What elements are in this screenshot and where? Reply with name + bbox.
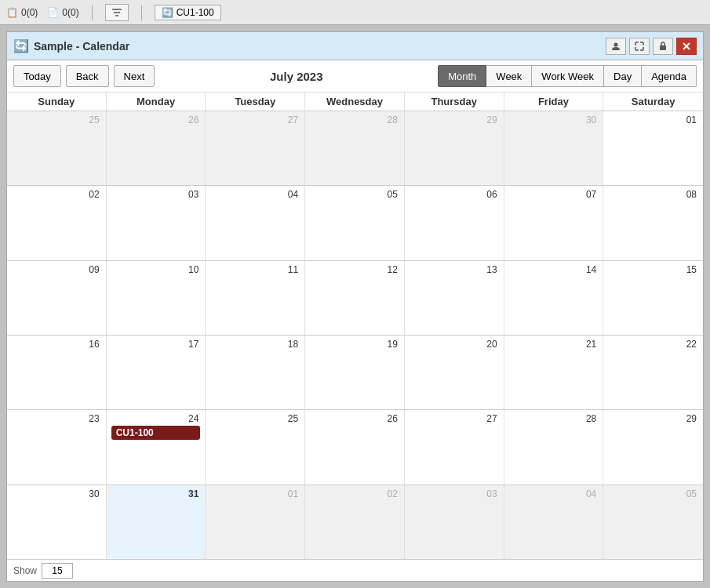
day-cell[interactable]: 03 <box>107 186 206 260</box>
header-tuesday: Tuesday <box>206 93 305 111</box>
day-cell[interactable]: 26 <box>305 410 405 484</box>
day-cell[interactable]: 20 <box>405 336 504 409</box>
header-wednesday: Wednesday <box>305 93 405 111</box>
day-cell-24[interactable]: 24 CU1-100 <box>107 410 206 484</box>
day-cell[interactable]: 01 <box>206 485 305 559</box>
day-cell[interactable]: 23 <box>7 410 107 484</box>
day-cell[interactable]: 01 <box>603 111 703 185</box>
day-number: 31 <box>110 487 202 499</box>
day-number: 25 <box>10 113 103 125</box>
expand-icon <box>635 42 644 51</box>
calendar-grid: Sunday Monday Tuesday Wednesday Thursday… <box>7 93 703 559</box>
day-cell[interactable]: 04 <box>504 485 604 559</box>
day-cell[interactable]: 04 <box>206 186 305 260</box>
day-cell[interactable]: 29 <box>405 111 504 185</box>
day-cell[interactable]: 29 <box>603 410 703 484</box>
title-controls <box>606 38 697 55</box>
day-cell[interactable]: 25 <box>7 111 107 185</box>
day-number: 24 <box>110 412 202 424</box>
day-headers: Sunday Monday Tuesday Wednesday Thursday… <box>7 93 703 111</box>
lock-button[interactable] <box>653 38 673 55</box>
day-cell[interactable]: 02 <box>305 485 405 559</box>
day-cell[interactable]: 15 <box>603 261 703 335</box>
calendar-window: 🔄 Sample - Calendar <box>6 31 704 582</box>
view-month-button[interactable]: Month <box>438 65 486 87</box>
day-cell[interactable]: 02 <box>7 186 107 260</box>
day-number: 26 <box>308 412 401 424</box>
header-monday: Monday <box>107 93 206 111</box>
day-cell[interactable]: 08 <box>603 186 703 260</box>
day-cell[interactable]: 27 <box>206 111 305 185</box>
day-cell[interactable]: 17 <box>107 336 206 409</box>
expand-button[interactable] <box>629 38 650 55</box>
day-cell[interactable]: 30 <box>7 485 107 559</box>
day-cell[interactable]: 28 <box>305 111 405 185</box>
day-number: 07 <box>508 187 600 200</box>
day-cell[interactable]: 13 <box>405 261 504 335</box>
close-icon <box>683 42 690 50</box>
day-number: 22 <box>606 337 700 350</box>
day-number: 05 <box>606 487 700 499</box>
day-number: 05 <box>308 187 401 200</box>
doc-count: 📄 0(0) <box>47 7 78 18</box>
day-number: 04 <box>508 487 600 499</box>
day-number: 23 <box>10 412 103 424</box>
pin-button[interactable] <box>606 38 626 55</box>
next-button[interactable]: Next <box>114 65 155 87</box>
week-row-5: 23 24 CU1-100 25 26 27 28 29 <box>7 410 703 485</box>
day-number: 16 <box>10 337 103 350</box>
header-thursday: Thursday <box>405 93 504 111</box>
view-workweek-button[interactable]: Work Week <box>532 65 604 87</box>
day-cell[interactable]: 11 <box>206 261 305 335</box>
day-cell[interactable]: 27 <box>405 410 504 484</box>
day-number: 18 <box>209 337 301 350</box>
week-row-1: 25 26 27 28 29 30 01 <box>7 111 703 186</box>
header-saturday: Saturday <box>603 93 703 111</box>
day-cell[interactable]: 25 <box>206 410 305 484</box>
day-number: 08 <box>606 187 700 200</box>
day-cell[interactable]: 18 <box>206 336 305 409</box>
event-cu1-100[interactable]: CU1-100 <box>111 426 201 440</box>
weeks-container: 25 26 27 28 29 30 01 02 03 04 05 06 07 0… <box>7 111 703 559</box>
day-number: 26 <box>110 113 202 125</box>
view-agenda-button[interactable]: Agenda <box>642 65 697 87</box>
day-cell[interactable]: 26 <box>107 111 206 185</box>
day-cell[interactable]: 09 <box>7 261 107 335</box>
day-number: 25 <box>209 412 301 424</box>
view-day-button[interactable]: Day <box>604 65 642 87</box>
day-cell[interactable]: 28 <box>504 410 604 484</box>
day-cell[interactable]: 19 <box>305 336 405 409</box>
day-cell[interactable]: 05 <box>603 485 703 559</box>
day-cell[interactable]: 16 <box>7 336 107 409</box>
day-cell[interactable]: 07 <box>504 186 604 260</box>
day-number: 12 <box>308 263 401 275</box>
view-week-button[interactable]: Week <box>486 65 532 87</box>
svg-point-3 <box>614 42 618 46</box>
day-cell[interactable]: 30 <box>504 111 604 185</box>
day-number: 01 <box>606 113 700 125</box>
day-cell[interactable]: 12 <box>305 261 405 335</box>
day-cell[interactable]: 03 <box>405 485 504 559</box>
day-number: 28 <box>308 113 401 125</box>
day-number: 28 <box>508 412 600 424</box>
title-bar: 🔄 Sample - Calendar <box>7 32 703 60</box>
day-number: 01 <box>209 487 301 499</box>
filter-button[interactable] <box>105 4 129 21</box>
show-count-input[interactable] <box>42 563 73 579</box>
title-left: 🔄 Sample - Calendar <box>13 38 129 53</box>
day-cell-today[interactable]: 31 <box>107 485 206 559</box>
doc-icon: 📄 <box>47 7 59 18</box>
day-cell[interactable]: 10 <box>107 261 206 335</box>
day-number: 19 <box>308 337 401 350</box>
day-cell[interactable]: 05 <box>305 186 405 260</box>
cu1-tag[interactable]: 🔄 CU1-100 <box>155 5 221 20</box>
day-cell[interactable]: 21 <box>504 336 604 409</box>
day-cell[interactable]: 14 <box>504 261 604 335</box>
day-cell[interactable]: 22 <box>603 336 703 409</box>
close-button[interactable] <box>676 38 697 55</box>
today-button[interactable]: Today <box>13 65 61 87</box>
tag-label: CU1-100 <box>177 7 214 18</box>
day-cell[interactable]: 06 <box>405 186 504 260</box>
back-button[interactable]: Back <box>66 65 109 87</box>
bottom-bar: Show <box>7 559 703 581</box>
